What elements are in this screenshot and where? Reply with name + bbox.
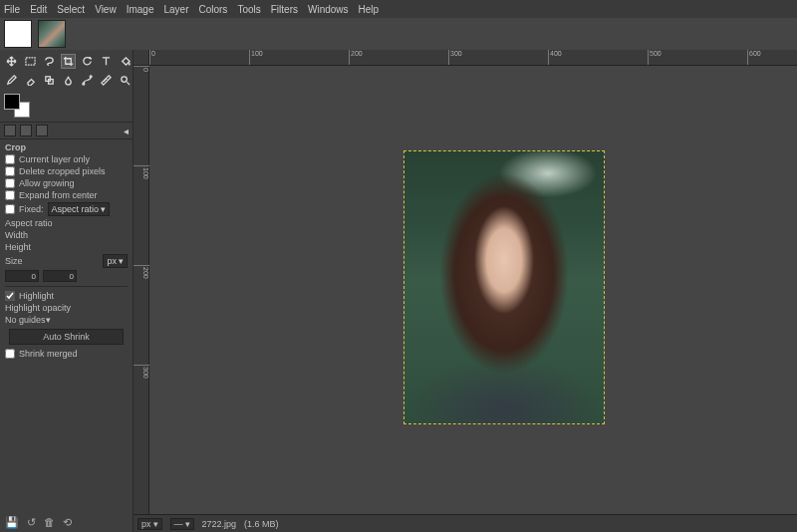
ruler-vertical[interactable]: 0 100 200 300 <box>133 66 149 514</box>
position-x-input[interactable]: 0 <box>5 270 39 282</box>
shrink-merged-checkbox[interactable]: Shrink merged <box>5 349 128 359</box>
status-filename: 2722.jpg <box>202 519 237 529</box>
delete-cropped-checkbox[interactable]: Delete cropped pixels <box>5 166 128 176</box>
fg-color-swatch[interactable] <box>4 94 20 110</box>
menu-edit[interactable]: Edit <box>30 4 47 15</box>
status-filesize: (1.6 MB) <box>244 519 279 529</box>
guides-dropdown[interactable]: No guides▾ <box>5 315 128 325</box>
chevron-down-icon: ▾ <box>153 519 158 529</box>
move-tool-icon[interactable] <box>4 54 19 69</box>
menu-windows[interactable]: Windows <box>308 4 349 15</box>
svg-rect-0 <box>26 58 35 65</box>
ruler-horizontal[interactable]: 0 100 200 300 400 500 600 <box>133 50 797 66</box>
menu-image[interactable]: Image <box>127 4 154 15</box>
measure-tool-icon[interactable] <box>99 73 114 88</box>
zoom-dropdown[interactable]: — ▾ <box>170 518 194 530</box>
chevron-down-icon: ▾ <box>119 256 124 266</box>
eraser-tool-icon[interactable] <box>23 73 38 88</box>
toolbox <box>0 50 133 90</box>
menu-tools[interactable]: Tools <box>237 4 260 15</box>
options-tab-icon[interactable] <box>20 125 32 136</box>
position-y-input[interactable]: 0 <box>43 270 77 282</box>
fixed-checkbox[interactable]: Fixed: <box>5 204 44 214</box>
canvas-viewport[interactable] <box>149 66 797 514</box>
image-tab-photo[interactable] <box>38 20 66 48</box>
delete-options-icon[interactable]: 🗑 <box>44 516 55 529</box>
reset-options-icon[interactable]: ⟲ <box>63 516 72 529</box>
crop-tool-icon[interactable] <box>61 54 76 69</box>
menu-layer[interactable]: Layer <box>163 4 188 15</box>
auto-shrink-button[interactable]: Auto Shrink <box>9 329 124 345</box>
fg-bg-swatch[interactable] <box>0 90 133 122</box>
expand-from-center-checkbox[interactable]: Expand from center <box>5 190 128 200</box>
tool-options-panel: Crop Current layer only Delete cropped p… <box>0 139 133 363</box>
status-bar: px ▾ — ▾ 2722.jpg (1.6 MB) <box>133 514 797 532</box>
menu-view[interactable]: View <box>95 4 117 15</box>
smudge-tool-icon[interactable] <box>61 73 76 88</box>
chevron-down-icon: ▾ <box>185 519 190 529</box>
lasso-tool-icon[interactable] <box>42 54 57 69</box>
svg-point-3 <box>83 83 85 85</box>
size-label: Size <box>5 256 23 266</box>
save-options-icon[interactable]: 💾 <box>5 516 19 529</box>
fixed-mode-dropdown[interactable]: Aspect ratio▾ <box>48 202 111 216</box>
left-panel: ◂ Crop Current layer only Delete cropped… <box>0 50 133 532</box>
canvas-area: 0 100 200 300 400 500 600 0 100 200 300 <box>133 50 797 532</box>
rect-select-tool-icon[interactable] <box>23 54 38 69</box>
menu-colors[interactable]: Colors <box>198 4 227 15</box>
bucket-tool-icon[interactable] <box>118 54 133 69</box>
tool-options-title: Crop <box>5 142 128 152</box>
clone-tool-icon[interactable] <box>42 73 57 88</box>
current-layer-only-checkbox[interactable]: Current layer only <box>5 154 128 164</box>
paths-tool-icon[interactable] <box>80 73 95 88</box>
image-tabs <box>0 18 797 50</box>
height-label: Height <box>5 242 31 252</box>
zoom-tool-icon[interactable] <box>118 73 133 88</box>
chevron-down-icon: ▾ <box>101 204 106 214</box>
menu-file[interactable]: File <box>4 4 20 15</box>
highlight-checkbox[interactable]: Highlight <box>5 291 128 301</box>
options-tab-icon[interactable] <box>36 125 48 136</box>
image-tab-blank[interactable] <box>4 20 32 48</box>
allow-growing-checkbox[interactable]: Allow growing <box>5 178 128 188</box>
pencil-tool-icon[interactable] <box>4 73 19 88</box>
text-tool-icon[interactable] <box>99 54 114 69</box>
unit-dropdown[interactable]: px ▾ <box>137 518 162 530</box>
image-canvas[interactable] <box>403 150 605 424</box>
options-tab-icon[interactable] <box>4 125 16 136</box>
panel-footer: 💾 ↺ 🗑 ⟲ <box>0 513 133 532</box>
restore-options-icon[interactable]: ↺ <box>27 516 36 529</box>
tool-options-tabs: ◂ <box>0 122 133 139</box>
menu-filters[interactable]: Filters <box>271 4 298 15</box>
size-unit-dropdown[interactable]: px▾ <box>103 254 128 268</box>
svg-point-4 <box>90 76 92 78</box>
rotate-tool-icon[interactable] <box>80 54 95 69</box>
chevron-down-icon: ▾ <box>46 315 51 325</box>
aspect-ratio-label: Aspect ratio <box>5 218 53 228</box>
panel-menu-icon[interactable]: ◂ <box>124 126 129 136</box>
menu-select[interactable]: Select <box>57 4 85 15</box>
width-label: Width <box>5 230 28 240</box>
menu-bar: File Edit Select View Image Layer Colors… <box>0 0 797 18</box>
menu-help[interactable]: Help <box>359 4 380 15</box>
highlight-opacity-label: Highlight opacity <box>5 303 71 313</box>
svg-point-5 <box>122 77 128 83</box>
